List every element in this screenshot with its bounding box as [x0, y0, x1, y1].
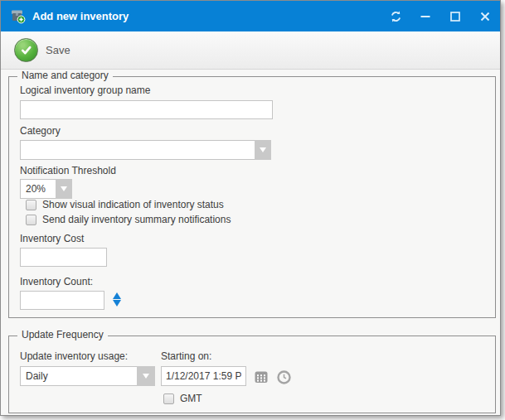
threshold-dropdown-button[interactable]: [56, 179, 72, 199]
group-legend: Name and category: [17, 70, 113, 81]
category-dropdown-button[interactable]: [255, 140, 271, 160]
clock-icon: [276, 369, 292, 385]
usage-dropdown-button[interactable]: [137, 366, 155, 386]
titlebar: Add new inventory: [1, 1, 500, 31]
group-legend: Update Frequency: [17, 329, 108, 340]
usage-value: Daily: [20, 366, 137, 386]
refresh-button[interactable]: [381, 1, 410, 31]
category-value: [20, 140, 255, 160]
refresh-icon: [390, 10, 402, 23]
window-controls: [381, 1, 500, 31]
save-button-label: Save: [46, 44, 70, 56]
chevron-down-icon: [260, 147, 266, 152]
starting-on-input[interactable]: [161, 366, 246, 386]
maximize-button[interactable]: [440, 1, 470, 31]
usage-dropdown[interactable]: Daily: [20, 366, 155, 386]
gmt-label: GMT: [180, 393, 202, 404]
send-daily-label: Send daily inventory summary notificatio…: [42, 214, 231, 225]
save-check-icon: [14, 38, 38, 62]
threshold-value: 20%: [20, 179, 56, 199]
group-name-label: Logical inventory group name: [20, 84, 150, 96]
send-daily-checkbox-row[interactable]: Send daily inventory summary notificatio…: [26, 214, 231, 225]
count-label: Inventory Count:: [20, 276, 93, 287]
group-name-input[interactable]: [20, 100, 273, 119]
chevron-down-icon: [61, 186, 67, 191]
minimize-icon: [420, 12, 430, 22]
chevron-down-icon: [143, 374, 149, 379]
show-visual-checkbox-row[interactable]: Show visual indication of inventory stat…: [26, 199, 224, 210]
calendar-picker-button[interactable]: [253, 369, 269, 385]
toolbar: Save: [1, 31, 500, 70]
group-name-category: Name and category Logical inventory grou…: [8, 76, 496, 318]
starting-on-label: Starting on:: [161, 350, 211, 362]
save-button[interactable]: Save: [9, 35, 84, 65]
cost-label: Inventory Cost: [20, 233, 84, 244]
gmt-checkbox-row[interactable]: GMT: [163, 393, 202, 404]
gmt-checkbox[interactable]: [163, 393, 174, 404]
show-visual-label: Show visual indication of inventory stat…: [42, 199, 224, 210]
inventory-add-app-icon: [9, 8, 26, 24]
threshold-label: Notification Threshold: [20, 165, 116, 176]
calendar-icon: [254, 369, 269, 384]
maximize-icon: [450, 12, 460, 22]
close-icon: [480, 12, 490, 22]
minimize-button[interactable]: [410, 1, 440, 31]
threshold-dropdown[interactable]: 20%: [20, 179, 72, 199]
count-input[interactable]: [20, 291, 104, 310]
count-spinner: [113, 292, 121, 307]
close-button[interactable]: [470, 1, 500, 31]
time-picker-button[interactable]: [275, 369, 292, 385]
category-dropdown[interactable]: [20, 140, 271, 160]
group-update-frequency: Update Frequency Update inventory usage:…: [8, 336, 496, 413]
cost-input[interactable]: [20, 248, 107, 267]
spinner-up-icon[interactable]: [113, 292, 121, 299]
send-daily-checkbox[interactable]: [26, 215, 36, 225]
dialog-window: Add new inventory: [0, 0, 501, 416]
window-title: Add new inventory: [32, 10, 129, 22]
spinner-down-icon[interactable]: [113, 300, 121, 307]
category-label: Category: [20, 125, 61, 137]
usage-label: Update inventory usage:: [20, 350, 128, 362]
show-visual-checkbox[interactable]: [26, 200, 36, 210]
